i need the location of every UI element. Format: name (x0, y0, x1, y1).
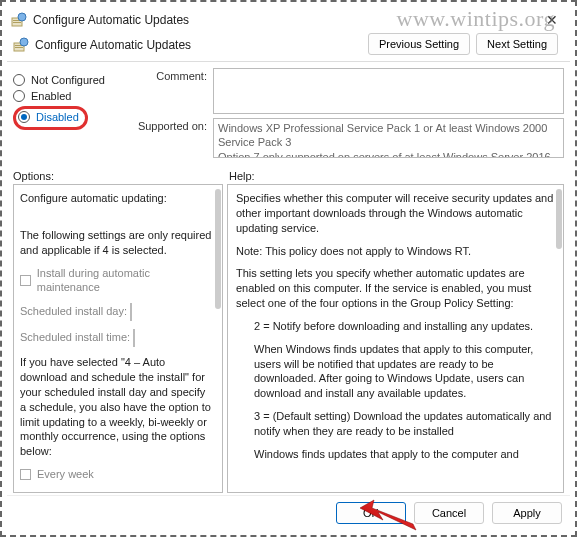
checkbox-every-week[interactable]: Every week (20, 467, 94, 482)
help-text: This setting lets you specify whether au… (236, 266, 555, 311)
checkbox-auto-maintenance[interactable]: Install during automatic maintenance (20, 266, 212, 296)
help-label: Help: (223, 170, 255, 182)
comment-label: Comment: (133, 68, 213, 114)
policy-icon (11, 12, 27, 28)
window-title: Configure Automatic Updates (33, 13, 538, 27)
svg-point-3 (18, 13, 26, 21)
titlebar: Configure Automatic Updates ✕ (7, 7, 570, 33)
scheduled-day-label: Scheduled install day: (20, 305, 127, 317)
divider (7, 61, 570, 62)
checkbox-icon (20, 469, 31, 480)
scheduled-day-select[interactable] (130, 303, 132, 321)
radio-label: Enabled (31, 90, 71, 102)
radio-enabled[interactable]: Enabled (13, 90, 121, 102)
checkbox-label: Install during automatic maintenance (37, 266, 212, 296)
options-desc: The following settings are only required… (20, 228, 212, 258)
svg-rect-2 (13, 22, 21, 23)
ok-button[interactable]: OK (336, 502, 406, 524)
subheader: Configure Automatic Updates Previous Set… (7, 33, 570, 57)
help-text: When Windows finds updates that apply to… (236, 342, 555, 401)
options-desc2: If you have selected "4 – Auto download … (20, 355, 212, 459)
state-radios: Not Configured Enabled Disabled (7, 66, 127, 164)
radio-disabled[interactable]: Disabled (18, 111, 79, 123)
scrollbar-thumb[interactable] (556, 189, 562, 249)
options-pane[interactable]: Configure automatic updating: The follow… (13, 184, 223, 493)
help-text: 3 = (Default setting) Download the updat… (236, 409, 555, 439)
scheduled-time-select[interactable] (133, 329, 135, 347)
dialog-window: Configure Automatic Updates ✕ Configure … (7, 7, 570, 530)
radio-label: Disabled (36, 111, 79, 123)
options-heading: Configure automatic updating: (20, 191, 212, 206)
policy-icon (13, 37, 29, 53)
help-text: Specifies whether this computer will rec… (236, 191, 555, 236)
next-setting-button[interactable]: Next Setting (476, 33, 558, 55)
comment-input[interactable] (213, 68, 564, 114)
help-text: Note: This policy does not apply to Wind… (236, 244, 555, 259)
svg-point-7 (20, 38, 28, 46)
radio-not-configured[interactable]: Not Configured (13, 74, 121, 86)
close-button[interactable]: ✕ (538, 10, 566, 30)
svg-rect-6 (15, 47, 23, 48)
checkbox-label: Every week (37, 467, 94, 482)
radio-icon (13, 90, 25, 102)
supported-label: Supported on: (133, 118, 213, 158)
policy-name: Configure Automatic Updates (35, 38, 368, 52)
radio-label: Not Configured (31, 74, 105, 86)
scheduled-time-label: Scheduled install time: (20, 331, 130, 343)
cancel-button[interactable]: Cancel (414, 502, 484, 524)
options-label: Options: (7, 170, 223, 182)
help-text: Windows finds updates that apply to the … (236, 447, 555, 462)
radio-icon (13, 74, 25, 86)
checkbox-icon (20, 275, 31, 286)
apply-button[interactable]: Apply (492, 502, 562, 524)
highlight-annotation: Disabled (13, 106, 88, 130)
footer: OK Cancel Apply (7, 495, 570, 530)
scrollbar-thumb[interactable] (215, 189, 221, 309)
help-pane[interactable]: Specifies whether this computer will rec… (227, 184, 564, 493)
previous-setting-button[interactable]: Previous Setting (368, 33, 470, 55)
supported-on-text: Windows XP Professional Service Pack 1 o… (213, 118, 564, 158)
help-text: 2 = Notify before downloading and instal… (236, 319, 555, 334)
radio-icon (18, 111, 30, 123)
